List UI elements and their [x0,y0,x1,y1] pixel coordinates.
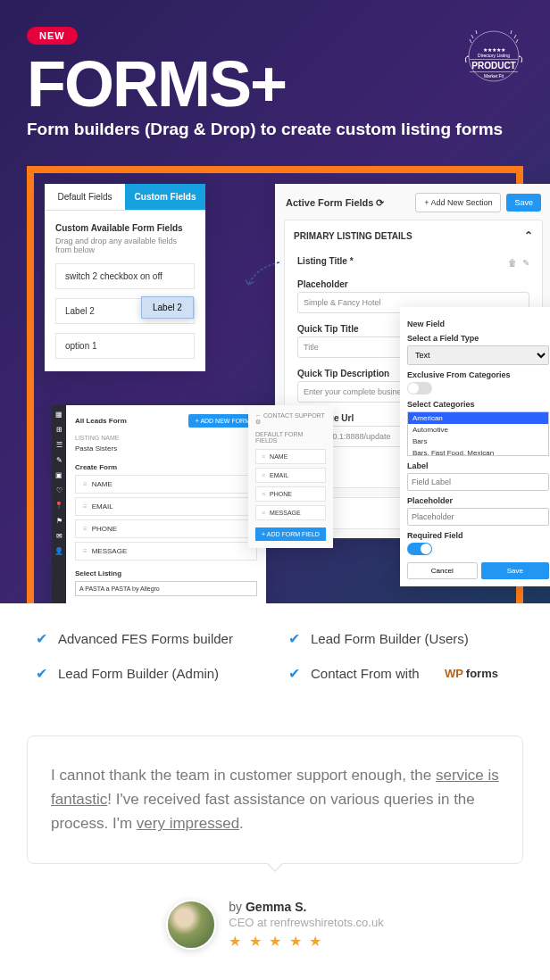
nav-icon[interactable]: ⚑ [56,517,62,525]
new-badge: NEW [27,27,78,45]
section-title: PRIMARY LISTING DETAILS [294,231,412,241]
add-section-button[interactable]: + Add New Section [415,193,501,212]
label: Label [407,461,549,470]
leads-title: All Leads Form [75,417,183,425]
feature-item: ✔Lead Form Builder (Admin) [36,665,262,682]
panel-subtitle: Drag and drop any available fields from … [55,237,195,254]
mockup-area: Default Fields Custom Fields Custom Avai… [27,166,523,603]
category-item[interactable]: Automotive [408,424,548,436]
new-field-panel: New Field Select a Field Type Text Exclu… [400,307,550,586]
check-icon: ✔ [36,665,47,682]
nav-icon[interactable]: ✎ [56,456,62,464]
add-form-field-button[interactable]: + ADD FORM FIELD [255,527,326,541]
author-role: CEO at renfrewshiretots.co.uk [229,916,383,929]
label: Placeholder [407,496,549,505]
check-icon: ✔ [36,630,47,647]
check-icon: ✔ [288,665,300,682]
form-field[interactable]: MESSAGE [255,505,326,520]
form-field[interactable]: EMAIL [75,497,257,516]
save-button[interactable]: Save [481,562,550,579]
nav-icon[interactable]: ⊞ [56,426,62,434]
label: Exclusive From Categories [407,370,549,379]
sidebar-nav: ▦⊞☰✎▣♡📍⚑✉👤 [52,405,66,603]
exclusive-toggle[interactable] [407,382,432,394]
sub-label: Placeholder [297,279,529,289]
form-field[interactable]: PHONE [255,486,326,502]
required-toggle[interactable] [407,543,432,555]
field-item[interactable]: option 1 [55,333,195,359]
page-subtitle: Form builders (Drag & Drop) to create cu… [27,120,523,139]
listing-row[interactable]: Pasta Sisters [75,444,257,453]
wpforms-logo: WPforms [445,667,498,680]
active-form-title: Active Form Fields ⟳ [286,197,410,209]
field-label: Listing Title * [297,256,354,266]
feature-item: ✔Advanced FES Forms builder [36,630,262,647]
avatar [166,900,216,950]
page-title: FORMS+ [27,52,523,116]
category-item[interactable]: Bars, Fast Food, Mexican [408,447,548,456]
product-badge: ★★★★★ Directory Listing PRODUCT Market F… [462,25,525,87]
panel-header: ← CONTACT SUPPORT ⚙ [255,412,326,426]
feature-text: Lead Form Builder (Admin) [58,666,219,681]
nav-icon[interactable]: ☰ [56,441,62,449]
form-field[interactable]: EMAIL [255,468,326,483]
contact-support-panel: ← CONTACT SUPPORT ⚙ DEFAULT FORM FIELDS … [248,405,333,548]
tab-default-fields[interactable]: Default Fields [45,184,125,211]
label: Required Field [407,531,549,540]
speech-triangle-icon [266,863,284,872]
panel-title: New Field [407,320,549,328]
author-block: by Gemma S. CEO at renfrewshiretots.co.u… [0,900,550,950]
category-item[interactable]: Bars [408,436,548,447]
column-header: LISTING NAME [75,435,257,441]
nav-icon[interactable]: 👤 [54,547,63,555]
feature-text: Lead Form Builder (Users) [311,631,469,646]
add-new-form-button[interactable]: + ADD NEW FORM [188,414,257,428]
form-field[interactable]: PHONE [75,519,257,538]
check-icon: ✔ [288,630,300,647]
select-listing-label: Select Listing [75,569,257,577]
author-name: by Gemma S. [229,900,383,914]
badge-line1: Directory Listing [462,53,525,58]
form-field[interactable]: NAME [255,449,326,464]
custom-fields-panel: Default Fields Custom Fields Custom Avai… [45,184,205,371]
create-form-title: Create Form [75,463,257,471]
category-item[interactable]: American [408,412,548,424]
label: Select a Field Type [407,334,549,343]
trash-icon[interactable]: 🗑 [508,258,517,268]
save-button[interactable]: Save [506,194,541,212]
feature-item: ✔Contact From with WPforms [288,665,514,682]
nav-icon[interactable]: ♡ [56,486,62,494]
chevron-up-icon[interactable]: ⌃ [524,229,533,242]
nav-icon[interactable]: ✉ [56,532,62,540]
form-field[interactable]: MESSAGE [75,542,257,561]
badge-line2: PRODUCT [470,59,518,72]
label-input[interactable] [407,473,549,491]
placeholder-input[interactable] [407,508,549,526]
star-rating: ★ ★ ★ ★ ★ [229,933,383,950]
hero-section: ★★★★★ Directory Listing PRODUCT Market F… [0,0,550,603]
listing-select[interactable]: A PASTA a PASTA by Allegro [75,581,257,596]
cancel-button[interactable]: Cancel [407,562,478,579]
nav-icon[interactable]: ▦ [55,411,62,419]
panel-title: Custom Available Form Fields [55,223,195,233]
testimonial-text: I cannot thank the team in customer supp… [51,763,499,836]
testimonial-card: I cannot thank the team in customer supp… [27,735,523,864]
category-list[interactable]: American Automotive Bars Bars, Fast Food… [407,411,549,456]
tab-custom-fields[interactable]: Custom Fields [125,184,205,211]
subheader: DEFAULT FORM FIELDS [255,431,326,444]
field-item[interactable]: switch 2 checkbox on off [55,263,195,289]
features-grid: ✔Advanced FES Forms builder ✔Lead Form B… [0,603,550,709]
drag-arrow-icon [239,258,293,294]
form-field[interactable]: NAME [75,475,257,494]
field-type-select[interactable]: Text [407,345,549,365]
badge-stars: ★★★★★ [462,46,525,53]
badge-line3: Market Fit [462,73,525,79]
feature-text: Advanced FES Forms builder [58,631,233,646]
edit-icon[interactable]: ✎ [522,258,529,268]
nav-icon[interactable]: 📍 [54,502,63,510]
dragging-chip[interactable]: Label 2 [141,296,194,319]
feature-text: Contact From with [311,666,420,681]
feature-item: ✔Lead Form Builder (Users) [288,630,514,647]
nav-icon[interactable]: ▣ [55,471,62,479]
label: Select Categories [407,400,549,409]
